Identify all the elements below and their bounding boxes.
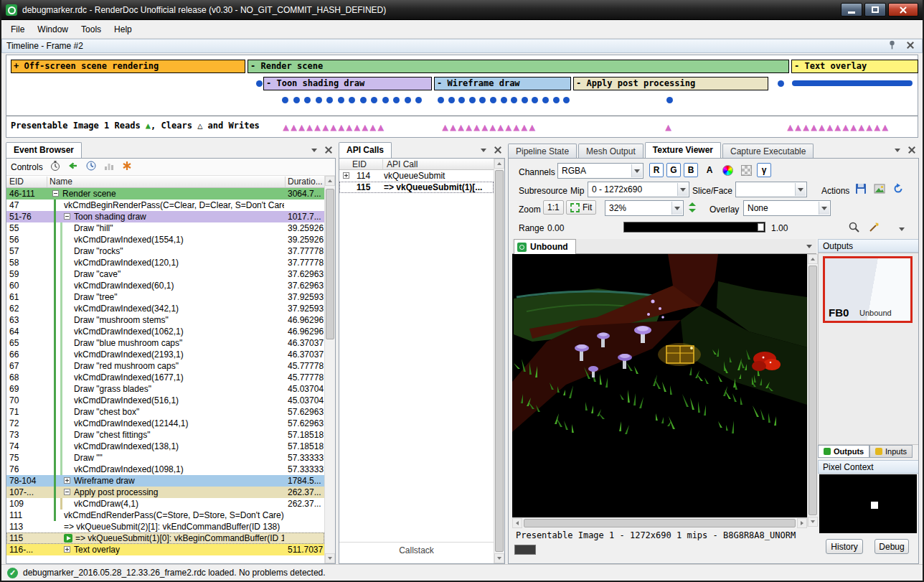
draw-marker-dot[interactable] bbox=[382, 97, 389, 103]
draw-marker-dot[interactable] bbox=[415, 97, 422, 103]
event-row[interactable]: 58vkCmdDrawIndexed(120,1)37.77778 bbox=[6, 257, 324, 268]
event-row[interactable]: 115=> vkQueueSubmit(1)[0]: vkBeginComman… bbox=[6, 532, 324, 544]
tab-api-calls[interactable]: API Calls bbox=[339, 142, 392, 158]
event-row[interactable]: 75Draw ""57.33333 bbox=[6, 452, 324, 464]
draw-marker-dot[interactable] bbox=[490, 97, 496, 103]
event-row[interactable]: 55Draw "hill"39.25926 bbox=[6, 222, 324, 234]
statistics-icon[interactable] bbox=[103, 160, 115, 174]
channels-dropdown[interactable]: RGBA bbox=[557, 163, 644, 179]
timeline-marker[interactable]: - Render scene bbox=[248, 60, 789, 73]
expander-icon[interactable] bbox=[64, 477, 70, 484]
writes-triangles[interactable]: ▲▲▲▲▲▲▲▲▲▲▲▲▲ bbox=[787, 118, 890, 136]
event-row[interactable]: 62vkCmdDrawIndexed(342,1)37.92593 bbox=[6, 303, 324, 314]
range-options-icon[interactable] bbox=[896, 222, 908, 236]
texture-display[interactable] bbox=[512, 254, 807, 517]
event-row[interactable]: 56vkCmdDrawIndexed(1554,1)39.25926 bbox=[6, 234, 324, 245]
recent-events-icon[interactable] bbox=[85, 160, 97, 174]
draw-marker-dot[interactable] bbox=[563, 97, 570, 103]
event-row[interactable]: 71Draw "chest box"57.62963 bbox=[6, 406, 324, 418]
right-dock-menu-icon[interactable] bbox=[892, 144, 903, 156]
event-row[interactable]: 73Draw "chest fittings"57.18518 bbox=[6, 429, 324, 441]
draw-marker-dot[interactable] bbox=[511, 97, 517, 103]
draw-marker-dot[interactable] bbox=[338, 97, 344, 103]
draw-marker-dot[interactable] bbox=[501, 97, 507, 103]
event-browser-menu-icon[interactable] bbox=[308, 144, 320, 156]
event-row[interactable]: 47vkCmdBeginRenderPass(C=Clear, D=Clear,… bbox=[6, 200, 324, 211]
event-row[interactable]: 61Draw "tree"37.92593 bbox=[6, 291, 324, 303]
right-dock-close-icon[interactable] bbox=[906, 144, 918, 156]
timeline-marker[interactable]: - Apply post processing bbox=[573, 77, 768, 90]
writes-triangles[interactable]: ▲▲▲▲▲▲▲▲▲▲▲▲▲ bbox=[283, 118, 385, 136]
draw-marker-dot[interactable] bbox=[469, 97, 476, 103]
event-row[interactable]: 72vkCmdDrawIndexed(12144,1)57.62963 bbox=[6, 418, 324, 429]
event-row[interactable]: 78-104Wireframe draw1784.5... bbox=[6, 475, 324, 487]
event-row[interactable]: 51-76Toon shading draw1017.7... bbox=[6, 211, 324, 222]
expander-icon[interactable] bbox=[64, 213, 70, 220]
event-row[interactable]: 66vkCmdDrawIndexed(2193,1)46.37037 bbox=[6, 349, 324, 360]
event-row[interactable]: 65Draw "blue mushroom caps"46.37037 bbox=[6, 337, 324, 349]
tab-pipeline-state[interactable]: Pipeline State bbox=[508, 144, 577, 158]
event-row[interactable]: 64vkCmdDrawIndexed(1062,1)46.96296 bbox=[6, 326, 324, 337]
timeline-close-icon[interactable] bbox=[905, 39, 916, 51]
event-row[interactable]: 68vkCmdDrawIndexed(1677,1)45.77778 bbox=[6, 372, 324, 383]
goto-eid-icon[interactable] bbox=[67, 160, 79, 174]
draw-marker-dot[interactable] bbox=[553, 97, 560, 103]
maximize-button[interactable] bbox=[864, 3, 886, 17]
event-table-header[interactable]: EID Name Duratio... bbox=[6, 176, 324, 188]
texture-vscroll[interactable] bbox=[807, 254, 818, 527]
open-image-icon[interactable] bbox=[872, 182, 887, 196]
tab-outputs[interactable]: Outputs bbox=[818, 445, 869, 458]
autofit-wand-icon[interactable] bbox=[866, 220, 882, 234]
minimize-button[interactable] bbox=[841, 3, 862, 17]
title-bar[interactable]: debugmarker.rdc - RenderDoc Unofficial r… bbox=[0, 0, 924, 20]
api-call-row[interactable]: 114vkQueueSubmit bbox=[339, 170, 494, 182]
event-row[interactable]: 59Draw "cave"37.62963 bbox=[6, 268, 324, 280]
save-texture-icon[interactable] bbox=[853, 182, 869, 196]
event-row[interactable]: 46-111Render scene3064.7... bbox=[6, 188, 324, 200]
event-row[interactable]: 109vkCmdDraw(4,1)262.37... bbox=[6, 498, 324, 510]
channel-g-button[interactable]: G bbox=[666, 163, 681, 177]
draw-marker-dot[interactable] bbox=[256, 80, 263, 87]
api-table-header[interactable]: EID API Call bbox=[339, 159, 494, 170]
pixel-context-view[interactable] bbox=[819, 474, 917, 533]
draw-marker-dot[interactable] bbox=[479, 97, 486, 103]
draw-marker-dot[interactable] bbox=[438, 97, 444, 103]
expander-icon[interactable] bbox=[52, 190, 59, 197]
range-white-handle[interactable] bbox=[758, 223, 764, 231]
tab-event-browser[interactable]: Event Browser bbox=[6, 142, 82, 158]
draw-marker-dot[interactable] bbox=[360, 97, 367, 103]
expander-icon[interactable] bbox=[343, 172, 349, 179]
event-row[interactable]: 63Draw "mushroom stems"46.96296 bbox=[6, 314, 324, 326]
menu-item-file[interactable]: File bbox=[4, 22, 31, 37]
overlay-dropdown[interactable]: None bbox=[743, 200, 831, 216]
gamma-button[interactable]: γ bbox=[757, 163, 771, 177]
event-row[interactable]: 74vkCmdDrawIndexed(138,1)57.18518 bbox=[6, 441, 324, 452]
debug-button[interactable]: Debug bbox=[874, 539, 909, 554]
texture-tab-unbound[interactable]: Unbound bbox=[514, 239, 576, 254]
api-calls-scrollbar[interactable] bbox=[494, 159, 504, 563]
menu-item-window[interactable]: Window bbox=[31, 22, 75, 37]
refresh-icon[interactable] bbox=[890, 182, 906, 196]
channel-r-button[interactable]: R bbox=[649, 163, 664, 177]
slice-face-dropdown[interactable] bbox=[735, 182, 807, 197]
expander-icon[interactable] bbox=[64, 546, 70, 553]
close-button[interactable] bbox=[888, 3, 918, 17]
timeline-marker[interactable]: - Text overlay bbox=[791, 60, 918, 73]
zoom-1-1-button[interactable]: 1:1 bbox=[543, 200, 564, 215]
draw-marker-dot[interactable] bbox=[778, 80, 784, 87]
draw-marker-dot[interactable] bbox=[522, 97, 528, 103]
zoom-percent-combo[interactable]: 32% bbox=[605, 200, 684, 216]
draw-marker-dot[interactable] bbox=[448, 97, 455, 103]
timeline-marker[interactable]: - Wireframe draw bbox=[434, 77, 571, 90]
event-row[interactable]: 57Draw "rocks"37.77778 bbox=[6, 245, 324, 257]
draw-marker-dot[interactable] bbox=[316, 97, 322, 103]
event-row[interactable]: 113=> vkQueueSubmit(2)[1]: vkEndCommandB… bbox=[6, 521, 324, 532]
timeline-canvas[interactable]: Presentable Image 1 Reads ▲, Clears △ an… bbox=[6, 55, 918, 138]
background-checker-icon[interactable] bbox=[738, 163, 754, 177]
draw-marker-dot[interactable] bbox=[542, 97, 549, 103]
event-row[interactable]: 67Draw "red mushroom caps"45.77778 bbox=[6, 360, 324, 372]
text-overlay-draws-line[interactable] bbox=[792, 80, 913, 86]
draw-marker-dot[interactable] bbox=[349, 97, 355, 103]
channel-a-button[interactable]: A bbox=[702, 163, 717, 177]
bookmark-icon[interactable] bbox=[121, 160, 133, 174]
